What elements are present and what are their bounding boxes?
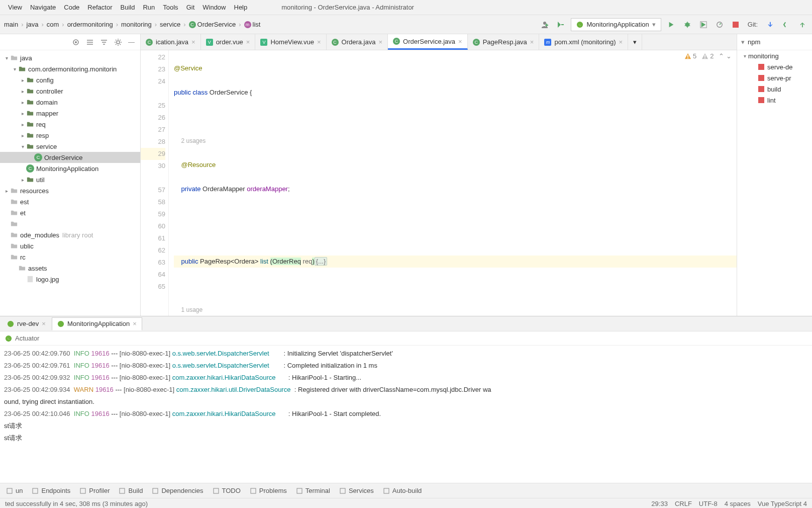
gutter[interactable]: 222324252627282930575859606162636465 bbox=[141, 50, 169, 316]
tab-order.vue[interactable]: Vorder.vue× bbox=[201, 34, 256, 50]
close-icon[interactable]: × bbox=[317, 38, 321, 46]
tree-item-service[interactable]: ▾service bbox=[0, 141, 140, 152]
editor[interactable]: 5 2 ⌃ ⌄ 22232425262728293057585960616263… bbox=[141, 50, 737, 316]
actuator-label[interactable]: Actuator bbox=[15, 334, 39, 342]
line-number[interactable]: 25 bbox=[141, 100, 165, 112]
line-number[interactable]: 26 bbox=[141, 112, 165, 124]
close-icon[interactable]: × bbox=[246, 38, 250, 46]
tree-item-com.ordermonitoring.monitorin[interactable]: ▾com.ordermonitoring.monitorin bbox=[0, 63, 140, 74]
chevron-down-icon[interactable]: ▾ bbox=[741, 38, 745, 46]
menu-help[interactable]: Help bbox=[230, 4, 252, 11]
chevron-icon[interactable]: ▸ bbox=[19, 122, 26, 127]
line-number[interactable]: 28 bbox=[141, 136, 165, 148]
line-number[interactable]: 60 bbox=[141, 220, 165, 232]
tree-item-ode_modules[interactable]: ode_moduleslibrary root bbox=[0, 229, 140, 240]
crumb-main[interactable]: main bbox=[4, 21, 18, 28]
chevron-icon[interactable]: ▸ bbox=[19, 177, 26, 183]
menu-refactor[interactable]: Refactor bbox=[83, 4, 116, 11]
caret-position[interactable]: 29:33 bbox=[651, 500, 668, 507]
tool-window-Auto-build[interactable]: Auto-build bbox=[383, 487, 422, 494]
tree-item-domain[interactable]: ▸domain bbox=[0, 97, 140, 108]
menu-build[interactable]: Build bbox=[116, 4, 139, 11]
line-number[interactable]: 65 bbox=[141, 281, 165, 293]
tab-Ordera.java[interactable]: COrdera.java× bbox=[327, 34, 388, 50]
tree-item-MonitoringApplication[interactable]: CMonitoringApplication bbox=[0, 163, 140, 174]
tab-HomeView.vue[interactable]: VHomeView.vue× bbox=[255, 34, 326, 50]
git-commit-button[interactable] bbox=[780, 19, 792, 31]
close-icon[interactable]: × bbox=[458, 38, 462, 45]
line-number[interactable]: 58 bbox=[141, 196, 165, 208]
menu-run[interactable]: Run bbox=[139, 4, 159, 11]
line-number[interactable]: 57 bbox=[141, 184, 165, 196]
git-pull-button[interactable] bbox=[764, 19, 776, 31]
crumb-orderservice[interactable]: COrderService bbox=[189, 21, 236, 28]
tree-item-est[interactable]: est bbox=[0, 196, 140, 207]
tree-item-logo.jpg[interactable]: logo.jpg bbox=[0, 274, 140, 285]
chevron-icon[interactable]: ▸ bbox=[19, 77, 26, 83]
tree-item-req[interactable]: ▸req bbox=[0, 119, 140, 130]
line-number[interactable]: 61 bbox=[141, 232, 165, 244]
chevron-icon[interactable]: ▸ bbox=[3, 188, 10, 194]
stop-button[interactable] bbox=[730, 19, 742, 31]
tool-window-Problems[interactable]: Problems bbox=[250, 487, 287, 494]
menu-view[interactable]: View bbox=[4, 4, 26, 11]
close-icon[interactable]: × bbox=[378, 38, 382, 46]
tree-item-rc[interactable]: rc bbox=[0, 251, 140, 263]
tool-window-TODO[interactable]: TODO bbox=[213, 487, 241, 494]
fold-marker[interactable]: {...} bbox=[315, 257, 328, 266]
crumb-list[interactable]: mlist bbox=[244, 21, 261, 28]
tool-window-Services[interactable]: Services bbox=[339, 487, 374, 494]
code-area[interactable]: @Service public class OrderService { 2 u… bbox=[169, 50, 737, 316]
line-number[interactable]: 62 bbox=[141, 244, 165, 257]
npm-item-monitoring[interactable]: ▾monitoring bbox=[737, 50, 812, 61]
tree-item-OrderService[interactable]: COrderService bbox=[0, 152, 140, 163]
tree-item-controller[interactable]: ▸controller bbox=[0, 86, 140, 97]
chevron-icon[interactable]: ▸ bbox=[19, 111, 26, 116]
tab-ication.java[interactable]: Cication.java× bbox=[141, 34, 201, 50]
line-number[interactable]: 30 bbox=[141, 160, 165, 172]
crumb-com[interactable]: com bbox=[47, 21, 59, 28]
line-number[interactable]: 24 bbox=[141, 75, 165, 88]
line-separator[interactable]: CRLF bbox=[675, 500, 692, 507]
close-icon[interactable]: × bbox=[530, 38, 534, 46]
add-config-button[interactable] bbox=[539, 19, 551, 31]
close-icon[interactable]: × bbox=[133, 320, 137, 327]
build-button[interactable] bbox=[555, 19, 567, 31]
menu-navigate[interactable]: Navigate bbox=[26, 4, 60, 11]
crumb-monitoring[interactable]: monitoring bbox=[121, 21, 152, 28]
npm-scripts-tree[interactable]: ▾monitoringserve-deserve-prbuildlint bbox=[737, 50, 812, 106]
npm-item-build[interactable]: build bbox=[737, 83, 812, 95]
debug-button[interactable] bbox=[681, 19, 693, 31]
chevron-icon[interactable]: ▾ bbox=[11, 66, 18, 72]
chevron-icon[interactable]: ▾ bbox=[3, 55, 10, 61]
close-icon[interactable]: × bbox=[42, 320, 46, 327]
run-button[interactable] bbox=[665, 19, 677, 31]
hide-icon[interactable]: — bbox=[128, 38, 136, 46]
collapse-all-icon[interactable] bbox=[100, 38, 108, 46]
line-number[interactable]: 29 bbox=[141, 148, 165, 160]
tree-item-ublic[interactable]: ublic bbox=[0, 240, 140, 251]
chevron-icon[interactable]: ▸ bbox=[19, 100, 26, 105]
expand-all-icon[interactable] bbox=[86, 38, 94, 46]
line-number[interactable] bbox=[141, 172, 165, 184]
chevron-icon[interactable]: ▾ bbox=[741, 53, 748, 59]
crumb-service[interactable]: service bbox=[160, 21, 180, 28]
tab-OrderService.java[interactable]: COrderService.java× bbox=[388, 34, 468, 50]
tool-window-Build[interactable]: Build bbox=[119, 487, 143, 494]
menu-window[interactable]: Window bbox=[198, 4, 230, 11]
run-config-dropdown[interactable]: MonitoringApplication ▾ bbox=[571, 18, 661, 31]
file-encoding[interactable]: UTF-8 bbox=[699, 500, 718, 507]
tree-item-java[interactable]: ▾java bbox=[0, 52, 140, 63]
menu-tools[interactable]: Tools bbox=[159, 4, 182, 11]
tree-item-resp[interactable]: ▸resp bbox=[0, 130, 140, 141]
npm-item-serve-de[interactable]: serve-de bbox=[737, 61, 812, 72]
chevron-icon[interactable]: ▸ bbox=[19, 133, 26, 138]
tree-item-blank[interactable] bbox=[0, 218, 140, 229]
indent-info[interactable]: 4 spaces bbox=[725, 500, 751, 507]
chevron-icon[interactable]: ▾ bbox=[19, 144, 26, 149]
tool-window-Terminal[interactable]: Terminal bbox=[296, 487, 330, 494]
coverage-button[interactable] bbox=[697, 19, 709, 31]
line-number[interactable]: 27 bbox=[141, 124, 165, 136]
line-number[interactable]: 63 bbox=[141, 257, 165, 269]
run-tab-rve-dev[interactable]: rve-dev× bbox=[2, 317, 51, 330]
